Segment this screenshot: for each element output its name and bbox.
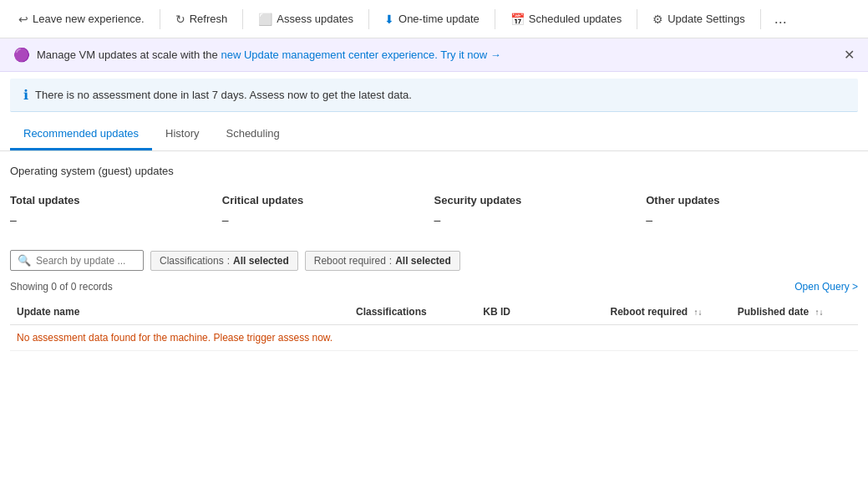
stat-total-updates: Total updates – bbox=[10, 191, 222, 230]
tab-history[interactable]: History bbox=[152, 119, 212, 150]
reboot-sep: : bbox=[389, 255, 392, 267]
try-now-link[interactable]: Try it now → bbox=[440, 48, 500, 61]
separator-5 bbox=[637, 9, 637, 29]
assess-updates-button[interactable]: ⬜ Assess updates bbox=[250, 8, 362, 31]
search-icon: 🔍 bbox=[18, 254, 31, 267]
no-data-message: No assessment data found for the machine… bbox=[10, 325, 858, 351]
reboot-label: Reboot required bbox=[314, 255, 386, 267]
info-icon: ℹ bbox=[23, 87, 28, 103]
main-content: Operating system (guest) updates Total u… bbox=[0, 151, 868, 364]
stats-grid: Total updates – Critical updates – Secur… bbox=[10, 191, 858, 230]
update-settings-button[interactable]: ⚙ Update Settings bbox=[644, 8, 754, 31]
toolbar: ↩ Leave new experience. ↻ Refresh ⬜ Asse… bbox=[0, 0, 868, 38]
open-query-link[interactable]: Open Query > bbox=[794, 281, 858, 293]
separator-6 bbox=[760, 9, 761, 29]
leave-icon: ↩ bbox=[18, 13, 28, 26]
classifications-label: Classifications bbox=[160, 255, 224, 267]
classifications-filter[interactable]: Classifications : All selected bbox=[150, 251, 298, 271]
banner-close-button[interactable]: ✕ bbox=[844, 47, 855, 63]
filters-row: 🔍 Classifications : All selected Reboot … bbox=[10, 250, 858, 271]
banner-content: 🟣 Manage VM updates at scale with the ne… bbox=[13, 47, 501, 63]
separator-1 bbox=[160, 9, 160, 29]
download-icon: ⬇ bbox=[384, 13, 394, 26]
stat-security-label: Security updates bbox=[434, 194, 647, 206]
info-text: There is no assessment done in last 7 da… bbox=[35, 89, 412, 101]
assess-icon: ⬜ bbox=[258, 13, 272, 26]
stat-critical-label: Critical updates bbox=[222, 194, 434, 206]
banner-text: Manage VM updates at scale with the new … bbox=[37, 48, 501, 61]
stat-critical-value: – bbox=[222, 213, 434, 227]
stat-total-label: Total updates bbox=[10, 194, 222, 206]
section-title: Operating system (guest) updates bbox=[10, 165, 858, 177]
col-header-reboot[interactable]: Reboot required ↑↓ bbox=[604, 299, 731, 325]
classifications-sep: : bbox=[227, 255, 230, 267]
separator-3 bbox=[368, 9, 369, 29]
updates-table: Update name Classifications KB ID Reboot… bbox=[10, 299, 858, 351]
gear-icon: ⚙ bbox=[652, 13, 663, 26]
search-input[interactable] bbox=[36, 255, 136, 267]
calendar-icon: 📅 bbox=[510, 13, 525, 26]
stat-other-updates: Other updates – bbox=[646, 191, 858, 230]
rocket-icon: 🟣 bbox=[13, 47, 30, 63]
stat-other-label: Other updates bbox=[646, 194, 858, 206]
published-sort-icon: ↑↓ bbox=[815, 308, 823, 317]
separator-2 bbox=[242, 9, 243, 29]
scheduled-updates-button[interactable]: 📅 Scheduled updates bbox=[502, 8, 630, 31]
tabs: Recommended updates History Scheduling bbox=[10, 119, 858, 150]
records-count: Showing 0 of 0 records bbox=[10, 281, 113, 293]
promo-banner: 🟣 Manage VM updates at scale with the ne… bbox=[0, 38, 868, 72]
separator-4 bbox=[495, 9, 495, 29]
col-header-published-date[interactable]: Published date ↑↓ bbox=[731, 299, 858, 325]
tabs-container: Recommended updates History Scheduling bbox=[0, 119, 868, 151]
col-header-classifications: Classifications bbox=[349, 299, 476, 325]
stat-total-value: – bbox=[10, 213, 222, 227]
reboot-value: All selected bbox=[395, 255, 451, 267]
records-bar: Showing 0 of 0 records Open Query > bbox=[10, 281, 858, 293]
banner-link[interactable]: new Update management center experience. bbox=[221, 48, 437, 61]
leave-experience-button[interactable]: ↩ Leave new experience. bbox=[10, 8, 153, 31]
refresh-button[interactable]: ↻ Refresh bbox=[167, 8, 236, 31]
tab-recommended[interactable]: Recommended updates bbox=[10, 119, 152, 150]
stat-security-value: – bbox=[434, 213, 647, 227]
table-header-row: Update name Classifications KB ID Reboot… bbox=[10, 299, 858, 325]
onetime-update-button[interactable]: ⬇ One-time update bbox=[376, 8, 488, 31]
search-box[interactable]: 🔍 bbox=[10, 250, 144, 271]
col-header-kb-id: KB ID bbox=[476, 299, 603, 325]
reboot-filter[interactable]: Reboot required : All selected bbox=[305, 251, 460, 271]
reboot-sort-icon: ↑↓ bbox=[694, 308, 703, 317]
tab-scheduling[interactable]: Scheduling bbox=[212, 119, 292, 150]
more-options-button[interactable]: ... bbox=[768, 7, 794, 31]
stat-other-value: – bbox=[646, 213, 858, 227]
col-header-update-name: Update name bbox=[10, 299, 349, 325]
classifications-value: All selected bbox=[233, 255, 289, 267]
info-bar: ℹ There is no assessment done in last 7 … bbox=[10, 79, 858, 112]
no-data-row: No assessment data found for the machine… bbox=[10, 325, 858, 351]
refresh-icon: ↻ bbox=[175, 13, 185, 26]
stat-security-updates: Security updates – bbox=[434, 191, 647, 230]
stat-critical-updates: Critical updates – bbox=[222, 191, 434, 230]
